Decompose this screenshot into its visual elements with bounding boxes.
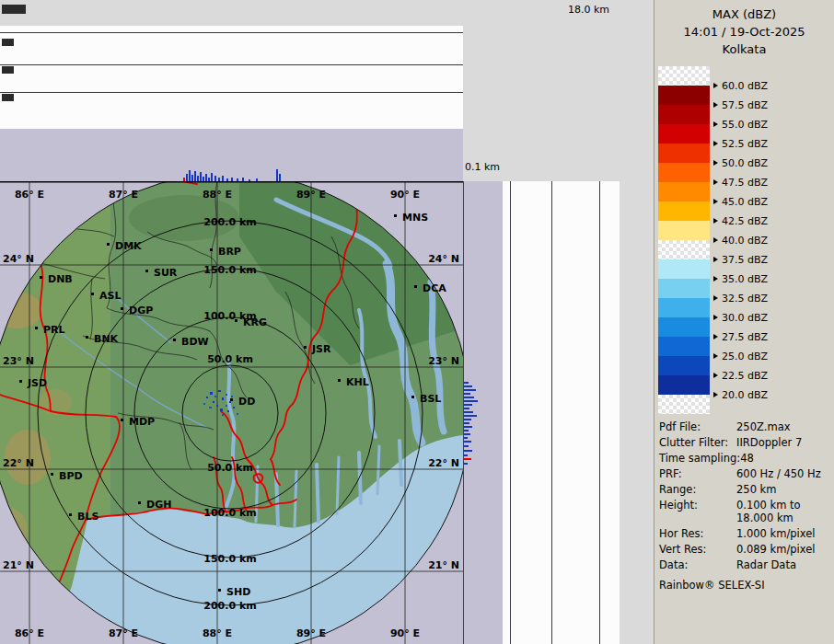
latitude-label-left: 24° N bbox=[3, 253, 34, 265]
info-label: Hor Res: bbox=[659, 527, 736, 540]
colorbar-label: 40.0 dBZ bbox=[713, 235, 768, 246]
colorbar-box bbox=[658, 259, 710, 279]
city-label: BRP bbox=[218, 246, 241, 258]
echo-spike bbox=[464, 426, 472, 428]
echo-spike bbox=[464, 389, 476, 391]
echo-spike bbox=[464, 458, 471, 460]
echo-spike bbox=[464, 385, 472, 387]
colorbar-label: 37.5 dBZ bbox=[713, 254, 768, 265]
longitude-label-top: 90° E bbox=[390, 189, 420, 201]
city-label: BSL bbox=[420, 393, 441, 405]
echo-spike bbox=[464, 400, 478, 402]
echo-spike bbox=[464, 430, 469, 431]
longitude-label-bottom: 89° E bbox=[296, 627, 326, 639]
colorbar-label: 25.0 dBZ bbox=[713, 351, 768, 362]
colorbar-box bbox=[658, 337, 710, 356]
radar-echo-cell bbox=[210, 392, 213, 395]
city-dot bbox=[91, 293, 94, 295]
info-label: PRF: bbox=[659, 467, 736, 480]
echo-spike bbox=[464, 419, 471, 420]
echo-spike bbox=[211, 173, 213, 181]
colorbar-label-text: 47.5 dBZ bbox=[722, 177, 768, 189]
colorbar-label-text: 45.0 dBZ bbox=[722, 196, 768, 208]
height-axis-min-label: 0.1 km bbox=[465, 161, 500, 173]
colorbar-label-text: 30.0 dBZ bbox=[722, 312, 768, 324]
city-label: MNS bbox=[402, 212, 428, 224]
scale-tick-arrow bbox=[713, 353, 718, 359]
colorbar-box bbox=[658, 317, 710, 337]
colorbar-label-text: 35.0 dBZ bbox=[722, 273, 768, 285]
colorbar-label: 45.0 dBZ bbox=[713, 196, 768, 207]
city-label: KRG bbox=[243, 316, 267, 328]
radar-echo-cell bbox=[216, 405, 218, 407]
scale-tick-arrow bbox=[713, 218, 718, 224]
map-terrain-hill bbox=[39, 389, 72, 415]
colorbar-label-text: 52.5 dBZ bbox=[722, 138, 768, 150]
info-row: Hor Res:1.000 km/pixel bbox=[659, 527, 832, 540]
scale-tick-arrow bbox=[713, 257, 718, 262]
colorbar-box bbox=[658, 124, 710, 144]
colorbar-box bbox=[658, 298, 710, 317]
echo-spike bbox=[464, 422, 469, 424]
city-label: JSR bbox=[311, 343, 331, 355]
echo-spike bbox=[464, 433, 470, 435]
radar-echo-cell bbox=[218, 390, 221, 392]
scale-tick-arrow bbox=[713, 334, 718, 339]
city-label: MDP bbox=[129, 416, 155, 428]
colorbar-label-text: 40.0 dBZ bbox=[722, 235, 768, 247]
echo-spike bbox=[276, 169, 278, 181]
city-label: DGP bbox=[129, 305, 153, 316]
radar-echo-cell bbox=[214, 396, 216, 397]
echo-spike bbox=[464, 445, 469, 447]
radar-echo-cell bbox=[209, 407, 212, 408]
city-dot bbox=[394, 214, 397, 217]
colorbar-label-text: 32.5 dBZ bbox=[722, 293, 768, 305]
longitude-label-top: 89° E bbox=[296, 189, 326, 201]
product-datetime: 14:01 / 19-Oct-2025 bbox=[654, 25, 834, 39]
scale-tick-arrow bbox=[713, 141, 718, 146]
colorbar-box bbox=[658, 356, 710, 375]
colorbar-label-text: 57.5 dBZ bbox=[722, 99, 768, 111]
city-label: DMK bbox=[115, 240, 142, 252]
info-label: Clutter Filter: bbox=[659, 436, 736, 449]
info-value: 0.089 km/pixel bbox=[736, 543, 816, 556]
colorbar-box bbox=[658, 105, 710, 124]
city-dot bbox=[51, 473, 53, 476]
scale-tick-arrow bbox=[713, 160, 718, 166]
echo-spike bbox=[191, 175, 193, 181]
city-dot bbox=[69, 513, 72, 516]
echo-spike bbox=[464, 408, 469, 409]
info-value: 0.100 km to 18.000 km bbox=[736, 499, 801, 524]
city-label: DCA bbox=[423, 282, 446, 294]
scale-tick-arrow bbox=[713, 83, 718, 88]
info-row: Clutter Filter:IIRDoppler 7 bbox=[659, 436, 832, 449]
colorbar-box bbox=[658, 395, 710, 414]
radar-echo-cell bbox=[222, 397, 224, 400]
latitude-label-right: 23° N bbox=[428, 355, 459, 367]
radar-application-window: { "header": { "title": "MAX (dBZ)", "dat… bbox=[0, 0, 834, 644]
colorbar-boxes bbox=[658, 66, 710, 414]
range-ring-label: 50.0 km bbox=[207, 462, 253, 474]
city-label: ASL bbox=[99, 290, 121, 302]
colorbar-label: 32.5 dBZ bbox=[713, 293, 768, 304]
colorbar-box bbox=[658, 240, 710, 259]
city-label: KHL bbox=[346, 376, 369, 388]
range-ring-label: 100.0 km bbox=[203, 507, 256, 519]
colorbar-label: 52.5 dBZ bbox=[713, 138, 768, 149]
echo-spike bbox=[464, 437, 468, 439]
colorbar-box bbox=[658, 279, 710, 298]
echo-spike bbox=[200, 172, 202, 181]
city-label: DNB bbox=[48, 273, 73, 285]
city-label: BDW bbox=[181, 336, 209, 348]
radar-echo-cell bbox=[206, 397, 208, 398]
colorbar-box bbox=[658, 201, 710, 221]
info-label: Data: bbox=[659, 558, 736, 571]
range-ring-label: 50.0 km bbox=[207, 353, 253, 365]
city-label: DGH bbox=[146, 499, 171, 511]
info-value: Radar Data bbox=[736, 558, 796, 571]
colorbar-label-text: 25.0 dBZ bbox=[722, 351, 768, 362]
latitude-label-right: 22° N bbox=[428, 457, 459, 469]
colorbar-box bbox=[658, 66, 710, 86]
info-row: Vert Res:0.089 km/pixel bbox=[659, 543, 832, 556]
station-name: Kolkata bbox=[654, 42, 834, 56]
